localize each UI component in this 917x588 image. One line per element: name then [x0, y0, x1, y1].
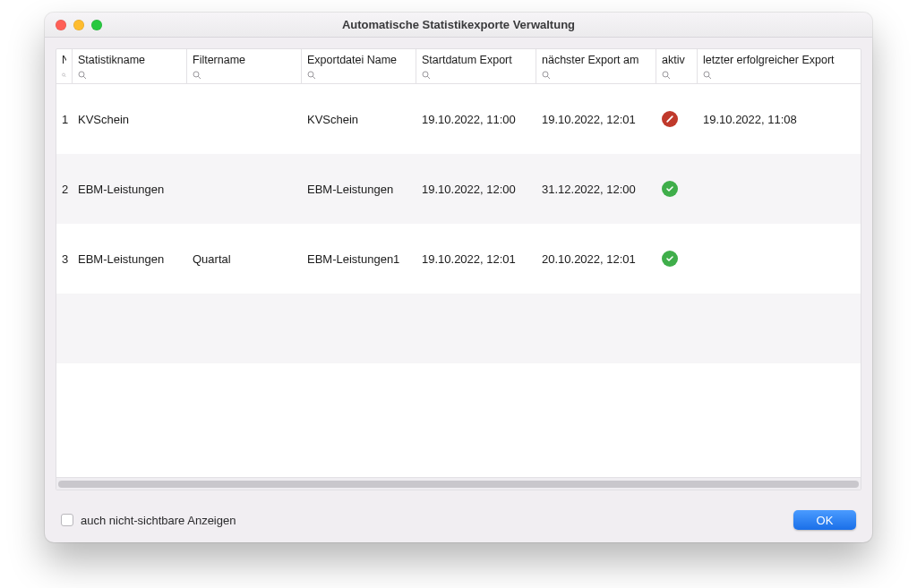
table-container: N Statistikname Filtername: [56, 48, 861, 490]
table-row[interactable]: 3EBM-LeistungenQuartalEBM-Leistungen119.…: [56, 224, 861, 294]
window-traffic-lights: [56, 20, 102, 30]
table-row[interactable]: 2EBM-LeistungenEBM-Leistungen19.10.2022,…: [56, 154, 861, 224]
col-header-startdatum[interactable]: Startdatum Export: [416, 49, 536, 83]
svg-point-2: [79, 72, 84, 77]
close-icon[interactable]: [56, 20, 66, 30]
cell-startdatum: 19.10.2022, 12:01: [416, 252, 536, 266]
cell-naechster: 19.10.2022, 12:01: [536, 113, 656, 126]
cell-exportdatei: EBM-Leistungen1: [302, 252, 416, 266]
search-icon[interactable]: [542, 69, 650, 81]
col-header-label: N: [62, 53, 66, 67]
check-circle-icon: [662, 251, 678, 267]
zoom-icon[interactable]: [91, 20, 102, 30]
col-header-label: Filtername: [193, 53, 296, 67]
svg-point-4: [193, 72, 199, 77]
cell-n: 1: [56, 113, 73, 126]
svg-point-12: [663, 72, 668, 77]
checkbox-label: auch nicht-sichtbare Anzeigen: [81, 514, 236, 527]
cell-startdatum: 19.10.2022, 12:00: [416, 183, 536, 196]
cell-aktiv: [656, 251, 698, 267]
svg-line-9: [427, 76, 430, 79]
cell-exportdatei: KVSchein: [302, 113, 416, 126]
search-icon[interactable]: [307, 69, 410, 81]
svg-line-16: [667, 116, 673, 122]
dialog-footer: auch nicht-sichtbare Anzeigen OK: [45, 498, 872, 542]
table-row: [56, 363, 861, 433]
svg-point-8: [423, 72, 428, 77]
dialog-window: Automatische Statistikexporte Verwaltung…: [45, 13, 872, 542]
cell-aktiv: [656, 111, 698, 127]
search-icon[interactable]: [662, 69, 691, 81]
col-header-label: Statistikname: [78, 53, 181, 67]
svg-point-14: [704, 72, 709, 77]
table-row[interactable]: 1KVScheinKVSchein19.10.2022, 11:0019.10.…: [56, 84, 861, 154]
cell-startdatum: 19.10.2022, 11:00: [416, 113, 536, 126]
search-icon[interactable]: [193, 69, 296, 81]
table-body: 1KVScheinKVSchein19.10.2022, 11:0019.10.…: [56, 84, 861, 477]
cell-letzter: 19.10.2022, 11:08: [698, 113, 861, 126]
window-title: Automatische Statistikexporte Verwaltung: [45, 18, 872, 31]
svg-point-0: [63, 73, 65, 76]
horizontal-scrollbar[interactable]: [56, 477, 861, 490]
table-row: [56, 294, 861, 363]
svg-line-3: [83, 76, 86, 79]
cell-statistikname: EBM-Leistungen: [73, 252, 187, 266]
check-circle-icon: [662, 181, 678, 197]
cell-statistikname: EBM-Leistungen: [73, 183, 187, 196]
checkbox-box-icon: [61, 514, 73, 526]
col-header-aktiv[interactable]: aktiv: [656, 49, 698, 83]
col-header-label: letzter erfolgreicher Export: [703, 53, 855, 67]
col-header-n[interactable]: N: [56, 49, 73, 83]
col-header-label: aktiv: [662, 53, 691, 67]
cell-statistikname: KVSchein: [73, 113, 187, 126]
svg-line-11: [547, 76, 550, 79]
col-header-statistikname[interactable]: Statistikname: [73, 49, 187, 83]
col-header-letzter[interactable]: letzter erfolgreicher Export: [698, 49, 861, 83]
col-header-label: nächster Export am: [542, 53, 650, 67]
svg-line-13: [667, 76, 670, 79]
col-header-label: Startdatum Export: [422, 53, 530, 67]
cell-n: 3: [56, 252, 73, 266]
search-icon[interactable]: [422, 69, 530, 81]
svg-line-7: [313, 76, 315, 79]
search-icon[interactable]: [78, 69, 181, 81]
svg-point-6: [308, 72, 313, 77]
cell-n: 2: [56, 183, 73, 196]
search-icon[interactable]: [703, 69, 855, 81]
show-hidden-checkbox[interactable]: auch nicht-sichtbare Anzeigen: [61, 514, 236, 527]
search-icon[interactable]: [62, 69, 66, 81]
svg-line-15: [708, 76, 711, 79]
cell-naechster: 20.10.2022, 12:01: [536, 252, 656, 266]
svg-line-5: [198, 76, 201, 79]
cell-aktiv: [656, 181, 698, 197]
ok-button[interactable]: OK: [793, 510, 856, 530]
prohibited-circle-icon: [662, 111, 678, 127]
scrollbar-thumb[interactable]: [58, 481, 859, 488]
svg-point-10: [543, 72, 548, 77]
col-header-naechster[interactable]: nächster Export am: [536, 49, 656, 83]
table-header: N Statistikname Filtername: [56, 49, 861, 84]
col-header-exportdatei[interactable]: Exportdatei Name: [302, 49, 416, 83]
cell-exportdatei: EBM-Leistungen: [302, 183, 416, 196]
svg-line-1: [64, 76, 65, 77]
cell-filtername: Quartal: [187, 252, 302, 266]
col-header-label: Exportdatei Name: [307, 53, 410, 67]
col-header-filtername[interactable]: Filtername: [187, 49, 302, 83]
cell-naechster: 31.12.2022, 12:00: [536, 183, 656, 196]
titlebar: Automatische Statistikexporte Verwaltung: [45, 13, 872, 38]
minimize-icon[interactable]: [73, 20, 84, 30]
